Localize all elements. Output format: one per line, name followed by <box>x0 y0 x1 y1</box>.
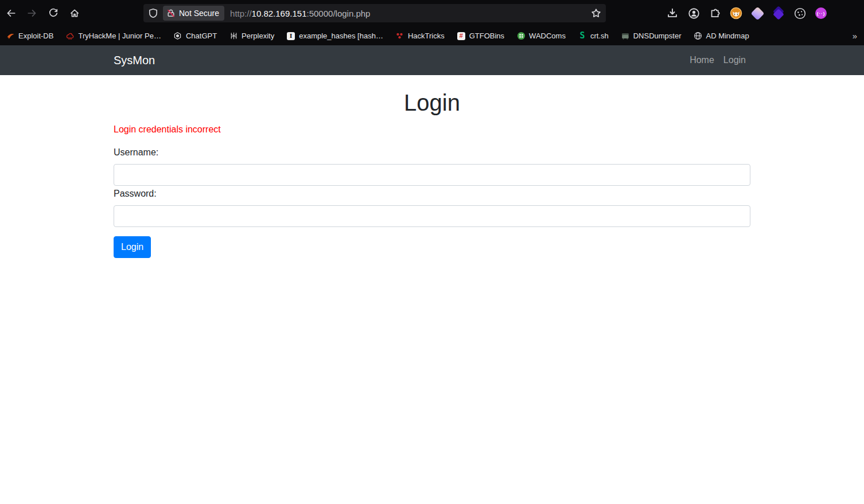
bookmark-chatgpt[interactable]: ChatGPT <box>173 32 217 41</box>
site-navbar: SysMon Home Login <box>0 45 864 75</box>
exploitdb-icon <box>6 32 15 41</box>
password-input[interactable] <box>114 205 750 227</box>
bookmark-label: TryHackMe | Junior Pe… <box>78 32 161 40</box>
page-title: Login <box>114 89 750 116</box>
url-text[interactable]: http://10.82.169.151:50000/login.php <box>230 9 586 18</box>
username-input[interactable] <box>114 164 750 186</box>
bookmark-label: GTFOBins <box>469 32 504 40</box>
downloads-icon[interactable] <box>665 6 679 20</box>
tracking-shield-icon[interactable] <box>148 8 158 18</box>
url-scheme: http:// <box>230 9 252 18</box>
wappalyzer-extension-icon[interactable]: (··) <box>814 6 828 20</box>
tryhackme-cloud-icon <box>65 32 75 41</box>
menu-hamburger-icon[interactable] <box>835 6 846 20</box>
bookmark-exploitdb[interactable]: Exploit-DB <box>6 32 53 41</box>
url-path: :50000/login.php <box>307 9 371 18</box>
dnsdumpster-icon <box>621 32 630 41</box>
nav-link-login[interactable]: Login <box>719 50 750 70</box>
bookmark-tryhackme[interactable]: TryHackMe | Junior Pe… <box>65 32 161 41</box>
hashcat-icon: I <box>286 32 295 41</box>
bookmark-example-hashes[interactable]: I example_hashes [hash… <box>286 32 383 41</box>
hacktricks-icon <box>395 32 404 41</box>
bookmark-ad-mindmap[interactable]: AD Mindmap <box>693 32 749 41</box>
web-page: SysMon Home Login Login Login credential… <box>0 45 864 504</box>
connection-security-chip[interactable]: Not Secure <box>163 6 224 21</box>
crtsh-icon: S <box>578 32 587 41</box>
bookmark-label: AD Mindmap <box>706 32 749 40</box>
main-content: Login Login credentials incorrect Userna… <box>105 89 759 258</box>
bookmark-label: WADComs <box>529 32 566 40</box>
cookie-extension-icon[interactable] <box>793 6 807 20</box>
bookmark-label: ChatGPT <box>186 32 217 40</box>
wadcoms-icon <box>516 32 526 41</box>
bookmark-star-icon[interactable] <box>591 8 601 18</box>
bookmark-crtsh[interactable]: S crt.sh <box>578 32 609 41</box>
bookmark-perplexity[interactable]: Perplexity <box>229 32 274 41</box>
foxyproxy-extension-icon[interactable] <box>729 6 743 20</box>
password-label: Password: <box>114 189 750 199</box>
broken-lock-icon <box>166 9 176 18</box>
bookmark-label: HackTricks <box>408 32 445 40</box>
bookmark-wadcoms[interactable]: WADComs <box>516 32 566 41</box>
bookmark-dnsdumpster[interactable]: DNSDumpster <box>621 32 682 41</box>
url-host: 10.82.169.151 <box>252 9 307 18</box>
nav-link-home[interactable]: Home <box>685 50 719 70</box>
chatgpt-icon <box>173 32 182 41</box>
browser-toolbar: Not Secure http://10.82.169.151:50000/lo… <box>0 0 864 26</box>
forward-icon[interactable] <box>27 8 37 18</box>
purple-diamond-extension-icon[interactable] <box>750 6 764 20</box>
url-bar[interactable]: Not Secure http://10.82.169.151:50000/lo… <box>143 4 606 22</box>
bookmark-label: crt.sh <box>590 32 609 40</box>
bookmark-label: Exploit-DB <box>18 32 53 40</box>
extensions-puzzle-icon[interactable] <box>708 6 722 20</box>
bookmarks-bar: Exploit-DB TryHackMe | Junior Pe… ChatGP… <box>0 26 864 45</box>
globe-icon <box>693 32 702 41</box>
login-error-message: Login credentials incorrect <box>114 124 750 135</box>
bookmark-label: Perplexity <box>242 32 274 40</box>
username-label: Username: <box>114 147 750 158</box>
navbar-links: Home Login <box>685 50 750 70</box>
gtfobins-icon: # <box>457 32 466 41</box>
account-icon[interactable] <box>687 6 700 20</box>
perplexity-icon <box>229 32 238 41</box>
login-submit-button[interactable]: Login <box>114 236 151 258</box>
back-icon[interactable] <box>6 8 16 18</box>
home-icon[interactable] <box>69 8 80 18</box>
bookmarks-overflow-chevron-icon[interactable]: » <box>853 31 857 41</box>
security-label: Not Secure <box>179 9 219 18</box>
bookmark-label: DNSDumpster <box>633 32 682 40</box>
bookmark-gtfobins[interactable]: # GTFOBins <box>457 32 504 41</box>
bookmark-hacktricks[interactable]: HackTricks <box>395 32 445 41</box>
bookmark-label: example_hashes [hash… <box>299 32 383 40</box>
reload-icon[interactable] <box>48 8 59 18</box>
layers-extension-icon[interactable] <box>772 6 785 20</box>
navbar-brand[interactable]: SysMon <box>114 54 155 67</box>
